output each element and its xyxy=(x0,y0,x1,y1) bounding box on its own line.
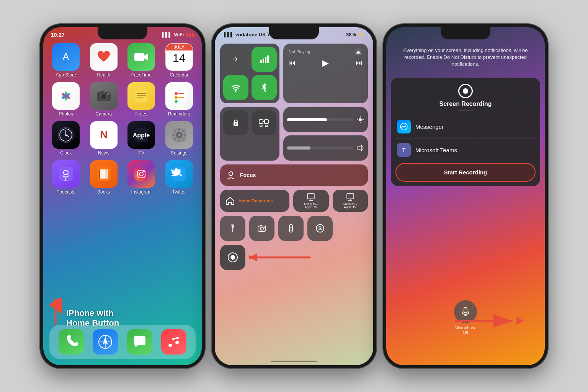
app-label-podcasts: Podcasts xyxy=(57,189,75,195)
appletv-label-2: Living R...Apple TV xyxy=(343,202,357,209)
app-item-health[interactable]: Health xyxy=(87,43,121,78)
cc-screen-mirror[interactable] xyxy=(252,110,277,135)
svg-marker-116 xyxy=(516,317,524,325)
app-item-news[interactable]: N News xyxy=(87,121,121,156)
app-item-tv[interactable]: Apple TV TV xyxy=(125,121,158,156)
messenger-icon xyxy=(397,120,411,133)
cc-row-4: Home Favourites Living R...Apple TV xyxy=(220,190,368,212)
svg-text:S: S xyxy=(318,225,322,231)
phone-2-screen: ▌▌▌ vodafone UK WiFi 38% ⚡ ✈ xyxy=(215,27,373,365)
app-item-appstore[interactable]: A App Store xyxy=(49,43,83,78)
home-screen-bg: 10:27 ▌▌▌ WiFi ▮▮▮ A xyxy=(43,27,202,365)
cc-camera-quick[interactable] xyxy=(249,216,274,241)
cc-remote[interactable] xyxy=(278,216,304,241)
dock-messages[interactable] xyxy=(127,329,152,355)
app-icon-reminders xyxy=(165,82,193,110)
battery-icon: ▮▮▮ xyxy=(186,32,194,37)
app-grid: A App Store Health FaceTime xyxy=(43,39,202,198)
cc-airplane-toggle[interactable]: ✈ xyxy=(223,47,248,72)
svg-rect-98 xyxy=(289,224,292,232)
cc-focus-tile[interactable]: Focus xyxy=(220,164,368,186)
teams-label: Microsoft Teams xyxy=(415,147,457,153)
app-label-photos: Photos xyxy=(59,111,73,117)
phone-1-screen: 10:27 ▌▌▌ WiFi ▮▮▮ A xyxy=(43,27,202,365)
svg-text:T: T xyxy=(402,148,405,153)
play-icon[interactable]: ▶ xyxy=(322,58,329,68)
app-icon-facetime xyxy=(127,43,155,71)
svg-point-14 xyxy=(102,95,106,99)
sr-app-messenger[interactable]: Messenger xyxy=(391,115,540,138)
svg-point-99 xyxy=(291,227,292,228)
svg-rect-54 xyxy=(104,169,108,179)
app-item-notes[interactable]: Notes xyxy=(125,82,158,117)
app-item-twitter[interactable]: 𝕏 Twitter xyxy=(163,160,196,195)
app-item-calendar[interactable]: JULY 14 Calendar xyxy=(163,43,196,78)
cc-bluetooth-toggle[interactable] xyxy=(252,75,277,100)
app-icon-calendar: JULY 14 xyxy=(165,43,193,71)
cc-appletv-1[interactable]: Living R...Apple TV xyxy=(293,190,329,212)
sr-panel-header: Screen Recording xyxy=(391,78,540,115)
svg-rect-23 xyxy=(178,93,184,94)
focus-icon xyxy=(225,170,236,181)
start-recording-button[interactable]: Start Recording xyxy=(395,163,536,182)
app-icon-health xyxy=(90,43,118,71)
app-icon-podcasts xyxy=(52,160,80,188)
screen-recording-bg: Everything on your screen, including not… xyxy=(386,27,545,365)
volume-icon xyxy=(356,144,364,152)
app-item-facetime[interactable]: FaceTime xyxy=(125,43,158,78)
svg-point-58 xyxy=(143,171,145,172)
sr-record-dot xyxy=(463,88,468,94)
app-item-books[interactable]: Books xyxy=(87,160,121,195)
svg-rect-69 xyxy=(260,60,262,63)
app-item-instagram[interactable]: Instagram xyxy=(125,160,158,195)
dock-safari[interactable] xyxy=(93,329,118,355)
svg-rect-80 xyxy=(265,125,268,127)
playback-controls: ⏮ ▶ ⏭ xyxy=(289,58,363,68)
notch-2 xyxy=(269,27,319,39)
phone-2-frame: ▌▌▌ vodafone UK WiFi 38% ⚡ ✈ xyxy=(212,24,376,368)
app-label-health: Health xyxy=(97,72,110,78)
dock-music[interactable] xyxy=(161,329,186,355)
volume-slider[interactable] xyxy=(283,135,368,161)
control-center-bg: ▌▌▌ vodafone UK WiFi 38% ⚡ ✈ xyxy=(215,27,373,365)
dock-phone[interactable] xyxy=(59,329,84,355)
svg-text:✈: ✈ xyxy=(233,55,239,63)
next-icon[interactable]: ⏭ xyxy=(356,59,363,67)
app-item-settings[interactable]: Settings xyxy=(163,121,196,156)
app-icon-books xyxy=(90,160,118,188)
cc-flashlight[interactable] xyxy=(220,216,245,241)
svg-text:N: N xyxy=(100,128,108,140)
app-item-reminders[interactable]: Reminders xyxy=(163,82,196,117)
svg-rect-39 xyxy=(178,128,180,130)
svg-rect-25 xyxy=(178,97,184,98)
svg-rect-78 xyxy=(265,120,268,124)
app-label-appstore: App Store xyxy=(56,72,76,78)
mic-arrow xyxy=(455,314,524,328)
cc-appletv-2[interactable]: Living R...Apple TV xyxy=(333,190,368,212)
app-icon-appstore: A xyxy=(52,43,80,71)
cc-screen-lock[interactable] xyxy=(223,110,248,135)
svg-marker-108 xyxy=(249,254,257,261)
app-icon-settings xyxy=(165,121,193,149)
cc-screen-record-button[interactable] xyxy=(220,245,245,270)
sr-app-teams[interactable]: T Microsoft Teams xyxy=(391,138,540,161)
cc-wifi-toggle[interactable] xyxy=(223,75,248,100)
cc-home-tile[interactable]: Home Favourites xyxy=(220,190,289,212)
app-icon-photos xyxy=(52,82,80,110)
airplay-icon[interactable] xyxy=(354,47,363,56)
svg-rect-55 xyxy=(134,167,148,181)
cc-shazam[interactable]: S xyxy=(307,216,333,241)
app-item-photos[interactable]: Photos xyxy=(49,82,83,117)
brightness-slider[interactable] xyxy=(283,107,368,132)
app-label-instagram: Instagram xyxy=(131,189,152,195)
cc-cellular-toggle[interactable] xyxy=(252,47,277,72)
appletv-label-1: Living R...Apple TV xyxy=(304,202,318,209)
app-item-podcasts[interactable]: Podcasts xyxy=(49,160,83,195)
prev-icon[interactable]: ⏮ xyxy=(289,59,296,67)
notch-3 xyxy=(441,27,490,39)
app-item-camera[interactable]: Camera xyxy=(87,82,121,117)
app-label-facetime: FaceTime xyxy=(131,72,152,78)
svg-rect-18 xyxy=(137,93,146,94)
app-item-clock[interactable]: Clock xyxy=(49,121,83,156)
cc-row-2 xyxy=(220,107,368,161)
